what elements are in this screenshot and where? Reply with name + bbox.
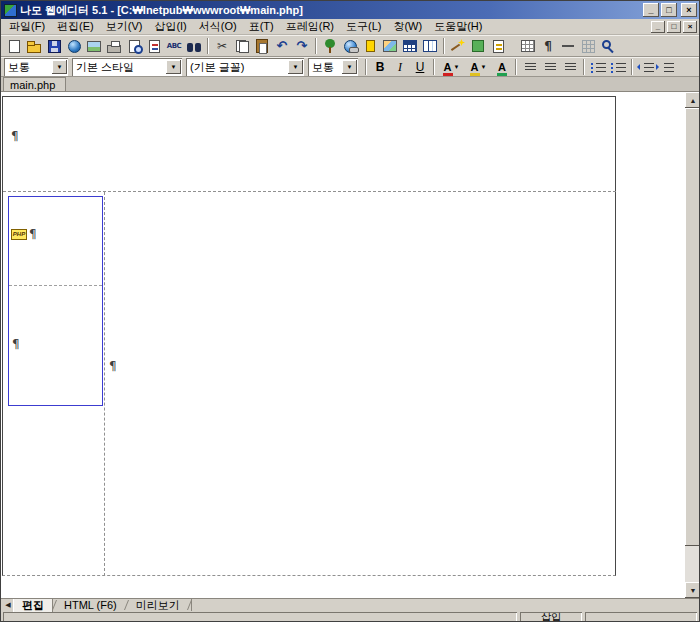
scrollbar-thumb[interactable]: [685, 108, 700, 546]
browser-preview-button[interactable]: [64, 37, 84, 56]
edit-canvas[interactable]: ¶ PHP ¶ ¶ ¶: [1, 92, 685, 598]
tab-edit[interactable]: 편집: [13, 599, 53, 612]
bullet-list-button[interactable]: [608, 58, 628, 76]
tree-icon: [323, 39, 337, 53]
chevron-down-icon: ▼: [454, 64, 460, 70]
font-color-button[interactable]: A ▼: [438, 58, 465, 76]
menu-help[interactable]: 도움말(H): [428, 18, 488, 35]
paste-button[interactable]: [252, 37, 272, 56]
document-info-button[interactable]: [144, 37, 164, 56]
chevron-down-icon[interactable]: ▼: [288, 60, 303, 74]
menu-format[interactable]: 서식(O): [193, 18, 243, 35]
insert-hyperlink-button[interactable]: [340, 37, 360, 56]
standard-toolbar: ABC ✂ ↶ ↷ ¶: [1, 35, 699, 57]
insert-image-button[interactable]: [380, 37, 400, 56]
redo-button[interactable]: ↷: [292, 37, 312, 56]
php-script-icon[interactable]: PHP: [11, 229, 27, 240]
new-document-button[interactable]: [4, 37, 24, 56]
find-button[interactable]: [184, 37, 204, 56]
save-button[interactable]: [44, 37, 64, 56]
menu-view[interactable]: 보기(V): [100, 18, 149, 35]
close-button[interactable]: ×: [681, 3, 697, 17]
menu-frame[interactable]: 프레임(R): [280, 18, 340, 35]
insert-frame-button[interactable]: [420, 37, 440, 56]
status-message-panel: [3, 612, 517, 622]
insert-clipart-button[interactable]: [320, 37, 340, 56]
wizard-button[interactable]: [448, 37, 468, 56]
bullet-list-icon: [616, 63, 626, 72]
font-combo[interactable]: (기본 글꼴) ▼: [186, 58, 304, 76]
zoom-button[interactable]: [598, 37, 618, 56]
insert-script-button[interactable]: [488, 37, 508, 56]
italic-icon: I: [398, 60, 402, 75]
open-button[interactable]: [24, 37, 44, 56]
underline-button[interactable]: U: [410, 58, 430, 76]
outdent-button[interactable]: [636, 58, 656, 76]
css-style-combo[interactable]: 기본 스타일 ▼: [72, 58, 182, 76]
globe-link-icon: [344, 40, 357, 53]
menu-file[interactable]: 파일(F): [3, 18, 51, 35]
scroll-up-button[interactable]: ▲: [685, 92, 700, 108]
print-button[interactable]: [104, 37, 124, 56]
align-right-button[interactable]: [560, 58, 580, 76]
numbered-list-button[interactable]: [588, 58, 608, 76]
redo-icon: ↷: [297, 39, 308, 53]
child-minimize-button[interactable]: _: [651, 21, 665, 33]
highlight-icon: A: [471, 61, 479, 73]
show-marks-button[interactable]: ¶: [538, 37, 558, 56]
document-tab-mainphp[interactable]: main.php: [3, 77, 66, 91]
undo-button[interactable]: ↶: [272, 37, 292, 56]
insert-bookmark-button[interactable]: [360, 37, 380, 56]
copy-button[interactable]: [232, 37, 252, 56]
italic-button[interactable]: I: [390, 58, 410, 76]
outdent-icon: [644, 63, 654, 72]
character-effects-button[interactable]: A: [492, 58, 512, 76]
cut-button[interactable]: ✂: [212, 37, 232, 56]
cell-divider: [9, 285, 102, 286]
horizontal-scroll-track[interactable]: [191, 599, 699, 611]
menu-table[interactable]: 표(T): [243, 18, 280, 35]
tab-scroll-left-icon[interactable]: ◀: [3, 601, 13, 609]
tab-html[interactable]: HTML (F6): [56, 599, 125, 612]
maximize-button[interactable]: □: [661, 3, 677, 17]
insert-table-button[interactable]: [400, 37, 420, 56]
spell-check-button[interactable]: ABC: [164, 37, 184, 56]
show-grid-button[interactable]: [578, 37, 598, 56]
image-view-button[interactable]: [84, 37, 104, 56]
chevron-down-icon: ▼: [481, 64, 487, 70]
pilcrow-mark: ¶: [109, 360, 117, 372]
font-size-combo[interactable]: 보통 ▼: [308, 58, 358, 76]
paragraph-style-combo[interactable]: 보통 ▼: [4, 58, 68, 76]
print-preview-button[interactable]: [124, 37, 144, 56]
indent-button[interactable]: [656, 58, 676, 76]
chevron-down-icon[interactable]: ▼: [342, 60, 357, 74]
chevron-down-icon[interactable]: ▼: [52, 60, 67, 74]
vertical-scrollbar[interactable]: ▲ ▼: [685, 92, 700, 598]
highlight-color-button[interactable]: A ▼: [465, 58, 492, 76]
copy-icon: [236, 40, 249, 53]
selected-table-cell[interactable]: PHP ¶ ¶: [8, 196, 103, 406]
menu-edit[interactable]: 편집(E): [51, 18, 100, 35]
horizontal-rule-icon: [562, 45, 574, 47]
table-column-divider: [104, 192, 105, 576]
align-center-button[interactable]: [540, 58, 560, 76]
insert-component-button[interactable]: [468, 37, 488, 56]
child-restore-button[interactable]: □: [667, 21, 681, 33]
menu-insert[interactable]: 삽입(I): [148, 18, 192, 35]
app-icon: [4, 4, 17, 17]
child-close-button[interactable]: ×: [683, 21, 697, 33]
view-tab-strip: ◀ 편집 HTML (F6) 미리보기: [1, 598, 699, 611]
spell-check-icon: ABC: [167, 40, 181, 53]
tab-preview[interactable]: 미리보기: [128, 599, 188, 612]
insert-hr-button[interactable]: [558, 37, 578, 56]
chevron-down-icon[interactable]: ▼: [166, 60, 181, 74]
align-left-button[interactable]: [520, 58, 540, 76]
menu-tools[interactable]: 도구(L): [340, 18, 387, 35]
bold-button[interactable]: B: [370, 58, 390, 76]
scroll-down-button[interactable]: ▼: [685, 582, 700, 598]
menu-window[interactable]: 창(W): [387, 18, 428, 35]
titlebar: 나모 웹에디터 5.1 - [C:₩Inetpub₩wwwroot₩main.p…: [1, 1, 699, 19]
minimize-button[interactable]: _: [643, 3, 659, 17]
menubar: 파일(F) 편집(E) 보기(V) 삽입(I) 서식(O) 표(T) 프레임(R…: [1, 19, 699, 35]
table-border-button[interactable]: [518, 37, 538, 56]
